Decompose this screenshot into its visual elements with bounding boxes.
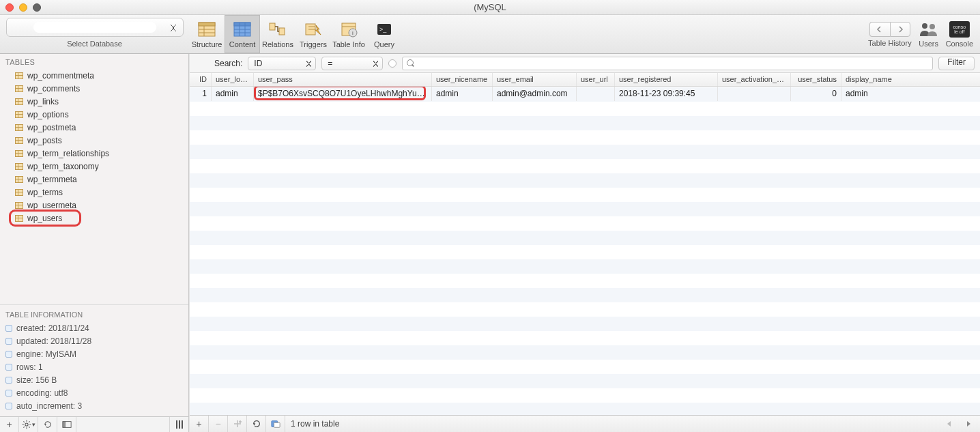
sidebar-info-header: TABLE INFORMATION [0,304,188,321]
info-encoding: encoding: utf8 [5,386,183,399]
page-prev-button[interactable] [942,418,957,429]
table-icon [15,163,23,170]
info-autoincrement: auto_increment: 3 [5,399,183,412]
col-header-user-nicename[interactable]: user_nicename [432,73,493,86]
toolbar-content-button[interactable]: Content [225,15,260,53]
cell-user-email[interactable]: admin@admin.com [493,87,577,101]
sidebar-table-wp-term-taxonomy[interactable]: wp_term_taxonomy [0,160,188,173]
svg-marker-32 [44,424,46,426]
content-area: Search: ID = Filter ID user_login user_p… [189,54,980,432]
sidebar-table-wp-terms[interactable]: wp_terms [0,186,188,199]
sidebar-table-wp-comments[interactable]: wp_comments [0,82,188,95]
svg-line-29 [29,427,29,427]
duplicate-icon [233,419,242,429]
toolbar-relations-label: Relations [262,40,293,48]
toolbar-content-label: Content [229,40,256,48]
svg-rect-6 [234,23,250,26]
toolbar-structure-button[interactable]: Structure [189,15,225,53]
panel-toggle-icon [62,420,72,429]
search-field-select[interactable]: ID [248,57,316,70]
sidebar-refresh-button[interactable] [38,417,57,432]
toolbar-users-button[interactable]: Users [919,21,939,48]
filter-button-label: Filter [947,57,966,67]
footer-remove-row-button[interactable]: − [209,416,228,432]
sidebar-table-wp-usermeta[interactable]: wp_usermeta [0,199,188,212]
col-header-user-url[interactable]: user_url [577,73,615,86]
search-operator-select[interactable]: = [321,57,383,70]
footer-duplicate-row-button[interactable] [228,416,247,432]
add-table-button[interactable]: + [0,417,19,432]
structure-icon [196,20,218,38]
toolbar: Select Database Structure Content Relati… [0,15,980,54]
col-header-user-activation-key[interactable]: user_activation_key [718,73,791,86]
sidebar-table-wp-term-relationships[interactable]: wp_term_relationships [0,147,188,160]
cell-user-activation-key[interactable] [718,87,791,101]
history-back-button[interactable] [869,22,890,37]
sidebar-columns-button[interactable] [169,417,188,432]
svg-point-22 [929,24,935,29]
select-database-dropdown[interactable] [6,18,184,37]
toolbar-triggers-button[interactable]: Triggers [296,15,331,53]
svg-marker-41 [947,421,951,427]
footer-refresh-button[interactable] [247,416,266,432]
col-header-user-pass[interactable]: user_pass [254,73,432,86]
sidebar-gear-button[interactable]: ▾ [19,417,38,432]
info-engine-text: engine: MyISAM [16,349,76,359]
svg-rect-11 [270,23,275,30]
footer-add-row-button[interactable]: + [190,416,209,432]
page-next-button[interactable] [961,418,976,429]
col-header-display-name[interactable]: display_name [841,73,980,86]
minimize-window-button[interactable] [19,3,27,12]
toolbar-query-label: Query [374,40,394,48]
toolbar-console-button[interactable]: console off Console [946,21,973,48]
toolbar-query-button[interactable]: >_ Query [366,15,402,53]
cell-user-pass-value: $P$B7O6XsvSCQ8O7U1OyeLHhwhMghYu2w. [258,89,429,98]
cell-user-nicename[interactable]: admin [432,87,493,101]
cell-id[interactable]: 1 [190,87,212,101]
sidebar-table-label: wp_usermeta [27,201,76,210]
toolbar-structure-label: Structure [192,40,222,48]
sidebar-table-wp-posts[interactable]: wp_posts [0,134,188,147]
search-input[interactable] [402,57,933,70]
sidebar-table-label: wp_terms [27,188,63,197]
col-header-user-status[interactable]: user_status [791,73,841,86]
refresh-icon [252,419,261,429]
svg-rect-12 [279,28,285,35]
search-radio[interactable] [388,59,397,68]
sidebar-table-wp-termmeta[interactable]: wp_termmeta [0,173,188,186]
svg-line-31 [29,421,29,422]
toolbar-tableinfo-button[interactable]: i Table Info [331,15,366,53]
close-window-button[interactable] [5,3,14,12]
table-icon [15,124,23,131]
col-header-id[interactable]: ID [190,73,212,86]
zoom-window-button[interactable] [33,3,41,12]
sidebar-table-wp-users[interactable]: wp_users [11,212,79,225]
cell-user-status[interactable]: 0 [791,87,841,101]
table-history-nav [869,22,910,37]
sidebar-table-wp-links[interactable]: wp_links [0,95,188,108]
sidebar-table-wp-postmeta[interactable]: wp_postmeta [0,121,188,134]
table-row[interactable]: 1 admin $P$B7O6XsvSCQ8O7U1OyeLHhwhMghYu2… [190,87,980,101]
table-icon [15,150,23,157]
svg-marker-38 [253,423,255,426]
cell-user-pass[interactable]: $P$B7O6XsvSCQ8O7U1OyeLHhwhMghYu2w. [254,87,432,101]
cell-user-registered[interactable]: 2018-11-23 09:39:45 [615,87,718,101]
sidebar-table-wp-options[interactable]: wp_options [0,108,188,121]
sidebar-table-wp-commentmeta[interactable]: wp_commentmeta [0,69,188,82]
sidebar: TABLES wp_commentmetawp_commentswp_links… [0,54,189,432]
toolbar-relations-button[interactable]: Relations [260,15,296,53]
footer-sql-preview-button[interactable] [266,416,285,432]
svg-rect-34 [62,422,65,428]
col-header-user-email[interactable]: user_email [493,73,577,86]
cell-display-name[interactable]: admin [841,87,980,101]
sidebar-collapse-button[interactable] [57,417,76,432]
cell-user-login[interactable]: admin [212,87,254,101]
history-forward-button[interactable] [890,22,910,37]
filter-button[interactable]: Filter [938,57,975,70]
col-header-user-login[interactable]: user_login [212,73,254,86]
cell-user-url[interactable] [577,87,615,101]
info-dot-icon [5,403,12,409]
svg-rect-40 [274,422,280,427]
data-grid[interactable]: ID user_login user_pass user_nicename us… [190,73,980,415]
col-header-user-registered[interactable]: user_registered [615,73,718,86]
